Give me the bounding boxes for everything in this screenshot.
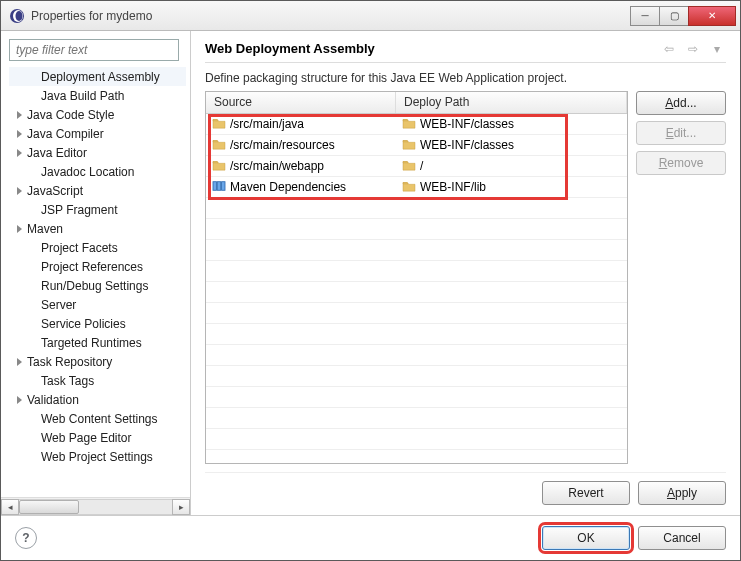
tree-item-java-compiler[interactable]: Java Compiler: [9, 124, 186, 143]
tree-item-label: Targeted Runtimes: [41, 336, 142, 350]
table-row[interactable]: /src/main/javaWEB-INF/classes: [206, 114, 627, 135]
tree-item-task-repository[interactable]: Task Repository: [9, 352, 186, 371]
tree-item-label: Java Build Path: [41, 89, 124, 103]
tree-item-label: Run/Debug Settings: [41, 279, 148, 293]
tree-item-maven[interactable]: Maven: [9, 219, 186, 238]
folder-icon: [212, 159, 226, 174]
tree-item-targeted-runtimes[interactable]: Targeted Runtimes: [9, 333, 186, 352]
folder-icon: [402, 159, 416, 174]
tree-item-web-content-settings[interactable]: Web Content Settings: [9, 409, 186, 428]
ok-button[interactable]: OK: [542, 526, 630, 550]
tree-item-label: Task Tags: [41, 374, 94, 388]
deploy-path: /: [420, 159, 423, 173]
nav-arrows: ⇦ ⇨ ▾: [660, 42, 726, 56]
tree-item-label: Project Facets: [41, 241, 118, 255]
eclipse-icon: [9, 8, 25, 24]
table-row-empty: [206, 198, 627, 219]
horizontal-scrollbar[interactable]: ◂ ▸: [1, 497, 190, 515]
svg-rect-4: [217, 181, 220, 190]
tree-item-label: Project References: [41, 260, 143, 274]
table-row-empty: [206, 408, 627, 429]
assembly-table[interactable]: Source Deploy Path /src/main/javaWEB-INF…: [205, 91, 628, 464]
tree-item-run-debug-settings[interactable]: Run/Debug Settings: [9, 276, 186, 295]
dropdown-icon[interactable]: ▾: [708, 42, 726, 56]
folder-icon: [402, 117, 416, 132]
tree-item-label: Javadoc Location: [41, 165, 134, 179]
folder-icon: [212, 138, 226, 153]
properties-dialog: Properties for mydemo ─ ▢ ✕ Deployment A…: [0, 0, 741, 561]
apply-button[interactable]: Apply: [638, 481, 726, 505]
maximize-button[interactable]: ▢: [659, 6, 689, 26]
tree-item-javadoc-location[interactable]: Javadoc Location: [9, 162, 186, 181]
tree-item-label: Task Repository: [27, 355, 112, 369]
col-deploy[interactable]: Deploy Path: [396, 92, 627, 113]
edit-button: Edit...: [636, 121, 726, 145]
add-button[interactable]: Add...: [636, 91, 726, 115]
minimize-button[interactable]: ─: [630, 6, 660, 26]
tree-item-label: Java Code Style: [27, 108, 114, 122]
scroll-left-button[interactable]: ◂: [1, 499, 19, 515]
dialog-footer: ? OK Cancel: [1, 515, 740, 560]
tree-item-project-facets[interactable]: Project Facets: [9, 238, 186, 257]
tree-item-java-build-path[interactable]: Java Build Path: [9, 86, 186, 105]
scroll-track[interactable]: [19, 499, 172, 515]
tree-item-service-policies[interactable]: Service Policies: [9, 314, 186, 333]
tree-item-java-editor[interactable]: Java Editor: [9, 143, 186, 162]
source-path: /src/main/resources: [230, 138, 335, 152]
tree-item-validation[interactable]: Validation: [9, 390, 186, 409]
cancel-button[interactable]: Cancel: [638, 526, 726, 550]
scroll-right-button[interactable]: ▸: [172, 499, 190, 515]
table-row-empty: [206, 303, 627, 324]
content-pane: Web Deployment Assembly ⇦ ⇨ ▾ Define pac…: [191, 31, 740, 515]
tree-item-label: Java Compiler: [27, 127, 104, 141]
table-row[interactable]: /src/main/resourcesWEB-INF/classes: [206, 135, 627, 156]
chevron-right-icon[interactable]: [13, 356, 25, 368]
tree-item-task-tags[interactable]: Task Tags: [9, 371, 186, 390]
col-source[interactable]: Source: [206, 92, 396, 113]
table-row[interactable]: Maven DependenciesWEB-INF/lib: [206, 177, 627, 198]
table-row-empty: [206, 366, 627, 387]
tree-item-project-references[interactable]: Project References: [9, 257, 186, 276]
tree-item-label: Web Content Settings: [41, 412, 158, 426]
chevron-right-icon[interactable]: [13, 147, 25, 159]
tree-item-javascript[interactable]: JavaScript: [9, 181, 186, 200]
tree-item-web-page-editor[interactable]: Web Page Editor: [9, 428, 186, 447]
tree-item-java-code-style[interactable]: Java Code Style: [9, 105, 186, 124]
table-row-empty: [206, 345, 627, 366]
tree-item-label: Maven: [27, 222, 63, 236]
table-row[interactable]: /src/main/webapp/: [206, 156, 627, 177]
forward-icon[interactable]: ⇨: [684, 42, 702, 56]
tree-item-label: Java Editor: [27, 146, 87, 160]
tree-item-label: JavaScript: [27, 184, 83, 198]
chevron-right-icon[interactable]: [13, 109, 25, 121]
tree-item-jsp-fragment[interactable]: JSP Fragment: [9, 200, 186, 219]
source-path: /src/main/java: [230, 117, 304, 131]
page-title: Web Deployment Assembly: [205, 41, 660, 56]
close-button[interactable]: ✕: [688, 6, 736, 26]
library-icon: [212, 180, 226, 195]
table-row-empty: [206, 261, 627, 282]
tree-item-web-project-settings[interactable]: Web Project Settings: [9, 447, 186, 466]
tree-item-deployment-assembly[interactable]: Deployment Assembly: [9, 67, 186, 86]
tree-item-label: Web Project Settings: [41, 450, 153, 464]
chevron-right-icon[interactable]: [13, 128, 25, 140]
source-path: /src/main/webapp: [230, 159, 324, 173]
chevron-right-icon[interactable]: [13, 223, 25, 235]
tree-item-server[interactable]: Server: [9, 295, 186, 314]
window-title: Properties for mydemo: [31, 9, 630, 23]
filter-input[interactable]: [9, 39, 179, 61]
tree-item-label: JSP Fragment: [41, 203, 117, 217]
table-row-empty: [206, 219, 627, 240]
chevron-right-icon[interactable]: [13, 394, 25, 406]
folder-icon: [402, 138, 416, 153]
tree-item-label: Server: [41, 298, 76, 312]
table-row-empty: [206, 240, 627, 261]
scroll-thumb[interactable]: [19, 500, 79, 514]
help-button[interactable]: ?: [15, 527, 37, 549]
titlebar[interactable]: Properties for mydemo ─ ▢ ✕: [1, 1, 740, 31]
chevron-right-icon[interactable]: [13, 185, 25, 197]
revert-button[interactable]: Revert: [542, 481, 630, 505]
category-tree[interactable]: Deployment AssemblyJava Build PathJava C…: [9, 67, 186, 497]
table-row-empty: [206, 324, 627, 345]
back-icon[interactable]: ⇦: [660, 42, 678, 56]
